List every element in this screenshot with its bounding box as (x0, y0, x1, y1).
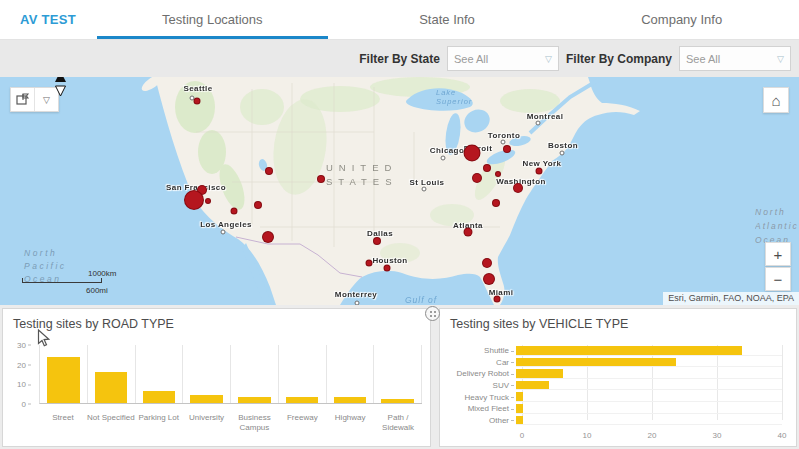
tab-state-info[interactable]: State Info (330, 0, 565, 39)
testing-site-marker[interactable] (482, 258, 492, 268)
road-type-chart-panel: Testing sites by ROAD TYPE 0102030 Stree… (2, 308, 431, 447)
y-axis: 0102030 (9, 345, 37, 404)
panel-drag-handle[interactable] (425, 306, 440, 321)
road-type-bar[interactable] (286, 397, 319, 403)
testing-site-marker[interactable] (503, 145, 511, 153)
x-tick-label: 30 (713, 431, 722, 440)
bar-row: Mixed Fleet (446, 403, 782, 415)
map-legend-group: ▽ (10, 87, 59, 112)
city-label: Chicago (430, 146, 464, 155)
zoom-in-button[interactable]: + (765, 242, 791, 266)
panel-resize-handle[interactable] (54, 77, 67, 102)
category-label: Delivery Robot (446, 369, 516, 378)
x-tick-label: 10 (583, 431, 592, 440)
testing-site-marker[interactable] (366, 260, 373, 267)
bar-track (516, 381, 782, 391)
tab-testing-locations[interactable]: Testing Locations (95, 0, 330, 39)
bar-slot (231, 345, 279, 403)
category-label: Freeway (278, 406, 326, 440)
tab-bar: Testing Locations State Info Company Inf… (95, 0, 799, 39)
category-label: Business Campus (231, 406, 279, 440)
testing-site-marker[interactable] (513, 183, 523, 193)
road-type-bar[interactable] (143, 391, 176, 403)
filter-company-value: See All (686, 53, 720, 65)
home-icon: ⌂ (771, 92, 780, 109)
category-label: Path / Sidewalk (374, 406, 422, 440)
testing-site-marker[interactable] (184, 190, 204, 210)
x-axis-labels: StreetNot SpecifiedParking LotUniversity… (39, 406, 422, 440)
vehicle-type-bar[interactable] (516, 392, 523, 401)
category-label: Not Specified (87, 406, 135, 440)
city-marker (355, 301, 360, 306)
road-type-bar[interactable] (190, 395, 223, 403)
city-marker (536, 121, 541, 126)
testing-site-marker[interactable] (384, 265, 391, 272)
vehicle-type-bar[interactable] (516, 346, 742, 355)
testing-site-marker[interactable] (262, 231, 274, 243)
city-label: Boston (548, 141, 578, 150)
road-type-bar[interactable] (95, 372, 128, 403)
testing-site-marker[interactable] (464, 228, 473, 237)
filter-bar: Filter By State See All ▽ Filter By Comp… (0, 40, 799, 77)
mouse-cursor (37, 329, 50, 352)
testing-site-marker[interactable] (494, 296, 501, 303)
y-tick-label: 20 (17, 360, 31, 369)
filter-company-select[interactable]: See All ▽ (679, 46, 791, 71)
bar-row: Other (446, 415, 782, 427)
road-type-chart: 0102030 StreetNot SpecifiedParking LotUn… (9, 345, 424, 440)
app-title: AV TEST (0, 0, 95, 39)
drag-dots-icon (430, 311, 432, 313)
testing-site-marker[interactable] (373, 237, 381, 245)
road-type-bar[interactable] (238, 397, 271, 403)
testing-site-marker[interactable] (464, 145, 481, 162)
testing-site-marker[interactable] (254, 201, 262, 209)
bar-track (516, 416, 782, 426)
category-label: Shuttle (446, 346, 516, 355)
x-tick-label: 40 (778, 431, 787, 440)
testing-site-marker[interactable] (265, 167, 273, 175)
vehicle-type-bar[interactable] (516, 358, 676, 367)
road-type-bar[interactable] (334, 397, 367, 403)
testing-site-marker[interactable] (483, 273, 495, 285)
chevron-down-icon: ▽ (545, 54, 552, 64)
top-navbar: AV TEST Testing Locations State Info Com… (0, 0, 799, 40)
tab-company-info[interactable]: Company Info (564, 0, 799, 39)
legend-button[interactable] (11, 88, 34, 111)
vehicle-type-bar[interactable] (516, 404, 523, 413)
bar-row: SUV (446, 380, 782, 392)
vehicle-type-bar[interactable] (516, 369, 563, 378)
testing-site-marker[interactable] (205, 198, 211, 204)
testing-site-marker[interactable] (492, 199, 500, 207)
city-label: Miami (489, 288, 514, 297)
bar-row: Heavy Truck (446, 391, 782, 403)
filter-state-select[interactable]: See All ▽ (447, 46, 559, 71)
country-label: UNITED STATES (326, 161, 398, 189)
city-marker (221, 230, 226, 235)
city-marker (560, 151, 565, 156)
bar-slot (183, 345, 231, 403)
chevron-down-icon: ▽ (43, 95, 50, 105)
home-extent-button[interactable]: ⌂ (763, 87, 789, 113)
scalebar: 1000km 600mi (22, 278, 102, 283)
testing-site-marker[interactable] (495, 171, 501, 177)
zoom-out-button[interactable]: − (765, 267, 791, 291)
testing-site-marker[interactable] (231, 208, 238, 215)
testing-site-marker[interactable] (194, 98, 201, 105)
vehicle-type-bar[interactable] (516, 381, 549, 390)
bar-slot (327, 345, 375, 403)
testing-site-marker[interactable] (317, 175, 325, 183)
testing-site-marker[interactable] (483, 164, 491, 172)
category-label: Car (446, 358, 516, 367)
ocean-label-atlantic: North Atlantic Ocean (755, 205, 799, 247)
chart-title: Testing sites by ROAD TYPE (3, 309, 430, 331)
road-type-bar[interactable] (381, 399, 414, 403)
category-label: University (183, 406, 231, 440)
road-type-bar[interactable] (47, 357, 80, 403)
testing-site-marker[interactable] (472, 173, 482, 183)
x-axis: 010203040 (522, 426, 782, 440)
testing-site-marker[interactable] (536, 168, 543, 175)
map-canvas[interactable]: UNITED STATES North Pacific Ocean North … (0, 77, 799, 305)
category-label: Mixed Fleet (446, 404, 516, 413)
vehicle-type-bar[interactable] (516, 416, 523, 425)
category-label: Street (39, 406, 87, 440)
